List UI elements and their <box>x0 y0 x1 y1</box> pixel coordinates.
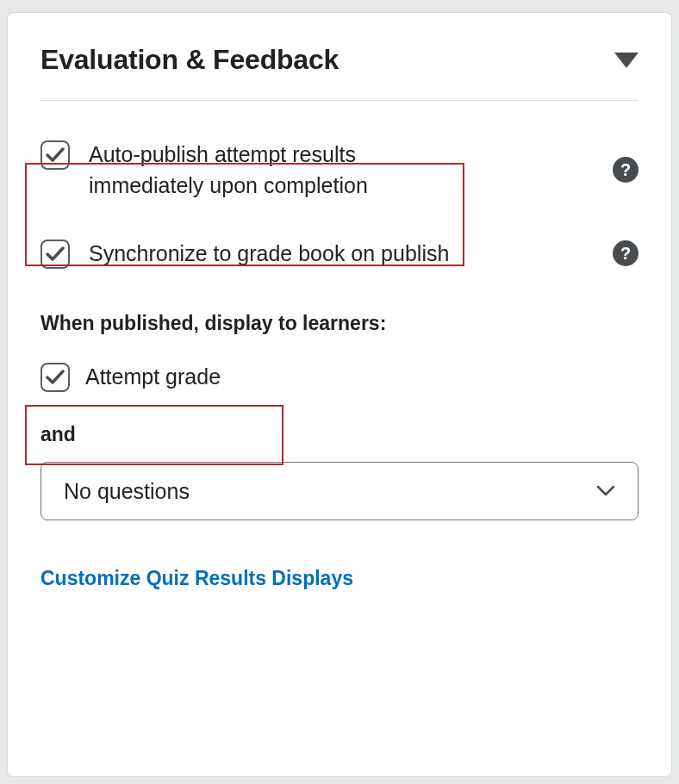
attempt-grade-label: Attempt grade <box>85 361 221 392</box>
panel-title: Evaluation & Feedback <box>40 44 339 76</box>
display-to-learners-heading: When published, display to learners: <box>40 312 639 335</box>
panel-header[interactable]: Evaluation & Feedback <box>40 44 639 76</box>
attempt-grade-row: Attempt grade <box>40 361 639 392</box>
dropdown-selected-label: No questions <box>64 479 190 504</box>
auto-publish-checkbox[interactable] <box>40 140 70 170</box>
attempt-grade-checkbox[interactable] <box>40 363 70 392</box>
auto-publish-label: Auto-publish attempt results immediately… <box>89 139 459 202</box>
auto-publish-row: Auto-publish attempt results immediately… <box>40 139 639 202</box>
customize-results-link[interactable]: Customize Quiz Results Displays <box>40 567 353 590</box>
sync-gradebook-row: Synchronize to grade book on publish ? <box>40 238 639 269</box>
divider <box>40 100 639 101</box>
evaluation-feedback-panel: Evaluation & Feedback Auto-publish attem… <box>7 12 672 777</box>
svg-marker-0 <box>614 53 639 68</box>
sync-gradebook-label: Synchronize to grade book on publish <box>89 238 449 269</box>
auto-publish-help-icon[interactable]: ? <box>613 157 639 183</box>
chevron-down-icon <box>596 485 615 497</box>
collapse-triangle-icon[interactable] <box>614 53 639 68</box>
questions-display-dropdown[interactable]: No questions <box>40 462 639 520</box>
sync-gradebook-checkbox[interactable] <box>40 240 70 269</box>
sync-gradebook-help-icon[interactable]: ? <box>613 240 639 266</box>
and-label: and <box>40 423 639 446</box>
